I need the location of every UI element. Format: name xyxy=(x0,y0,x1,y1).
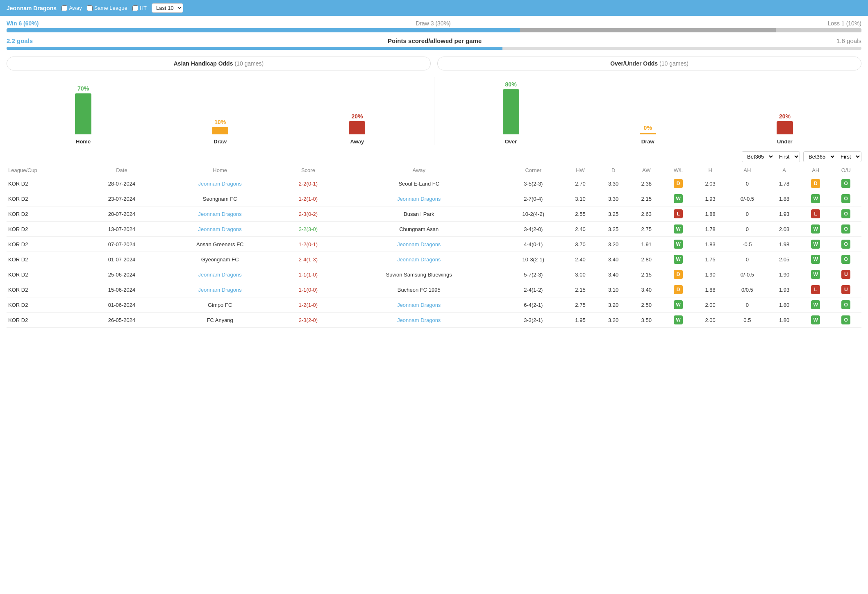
controls-row: Bet365 First Bet365 First xyxy=(7,151,861,162)
home-team: Gyeongnam FC xyxy=(159,252,281,267)
bar-label: Draw xyxy=(214,138,227,145)
away-team[interactable]: Jeonnam Dragons xyxy=(335,313,503,328)
h-ou-odds: 1.88 xyxy=(694,206,727,222)
bar-visual xyxy=(777,121,793,134)
ah2-badge: D xyxy=(801,176,831,191)
ah-odds-label: Asian Handicap Odds xyxy=(174,60,233,67)
ou-badge: O xyxy=(831,206,861,222)
ah-ou-odds: 0 xyxy=(727,176,768,191)
bar-item: 80% Over xyxy=(503,81,519,145)
h-ou-odds: 1.88 xyxy=(694,282,727,297)
aw-odds: 2.80 xyxy=(630,252,663,267)
right-goals: 1.6 goals xyxy=(836,37,861,44)
bet365-dropdown-2[interactable]: Bet365 xyxy=(804,152,836,162)
ou-badge: O xyxy=(831,237,861,252)
wl-badge: W xyxy=(663,237,694,252)
goals-title: Points scored/allowed per game xyxy=(388,37,482,44)
col-date: Date xyxy=(85,165,159,176)
table-row: KOR D2 01-07-2024 Gyeongnam FC 2-4(1-3) … xyxy=(7,252,861,267)
corner-score: 10-2(4-2) xyxy=(503,206,564,222)
ah-ou-odds: 0 xyxy=(727,222,768,237)
bar-visual xyxy=(640,133,656,134)
bet365-dropdown-1[interactable]: Bet365 xyxy=(742,152,774,162)
home-team: Ansan Greeners FC xyxy=(159,237,281,252)
corner-score: 10-3(2-1) xyxy=(503,252,564,267)
a-ou-odds: 1.80 xyxy=(768,297,801,313)
home-team[interactable]: Jeonnam Dragons xyxy=(159,222,281,237)
home-team[interactable]: Jeonnam Dragons xyxy=(159,176,281,191)
loss-label: Loss 1 (10%) xyxy=(828,20,861,27)
ah-ou-odds: 0/-0.5 xyxy=(727,267,768,282)
goals-bar-fill xyxy=(7,47,502,50)
away-checkbox-label[interactable]: Away xyxy=(61,5,82,11)
col-away: Away xyxy=(335,165,503,176)
charts-section: 70% Home 10% Draw 20% Away 80% Over 0% D… xyxy=(0,74,868,148)
home-team: Gimpo FC xyxy=(159,297,281,313)
col-score: Score xyxy=(281,165,335,176)
match-date: 13-07-2024 xyxy=(85,222,159,237)
team-name: Jeonnam Dragons xyxy=(7,5,57,11)
ou-chart-group: 80% Over 0% Draw 20% Under xyxy=(434,77,862,145)
aw-odds: 2.75 xyxy=(630,222,663,237)
corner-score: 2-7(0-4) xyxy=(503,191,564,206)
table-row: KOR D2 13-07-2024 Jeonnam Dragons 3-2(3-… xyxy=(7,222,861,237)
draw-odds: 3.20 xyxy=(597,313,630,328)
home-team[interactable]: Jeonnam Dragons xyxy=(159,282,281,297)
away-team[interactable]: Jeonnam Dragons xyxy=(335,252,503,267)
same-league-checkbox-label[interactable]: Same League xyxy=(87,5,127,11)
ah2-badge: W xyxy=(801,191,831,206)
bar-label: Home xyxy=(76,138,91,145)
wdl-bar xyxy=(7,28,861,32)
wl-badge: D xyxy=(663,176,694,191)
wl-badge: W xyxy=(663,313,694,328)
away-team[interactable]: Jeonnam Dragons xyxy=(335,297,503,313)
bar-pct: 0% xyxy=(644,125,652,131)
ah2-badge: W xyxy=(801,313,831,328)
odds-section: Asian Handicap Odds (10 games) Over/Unde… xyxy=(0,53,868,74)
draw-odds: 3.20 xyxy=(597,297,630,313)
bar-visual xyxy=(503,89,519,134)
h-ou-odds: 1.83 xyxy=(694,237,727,252)
col-aw: AW xyxy=(630,165,663,176)
wl-badge: W xyxy=(663,297,694,313)
col-corner: Corner xyxy=(503,165,564,176)
home-team: Seongnam FC xyxy=(159,191,281,206)
ah-ou-odds: -0.5 xyxy=(727,237,768,252)
ht-checkbox[interactable] xyxy=(132,5,138,11)
col-d: D xyxy=(597,165,630,176)
bar-item: 20% Away xyxy=(349,113,365,145)
bar-item: 0% Draw xyxy=(640,125,656,145)
away-team: Suwon Samsung Bluewings xyxy=(335,267,503,282)
last-n-dropdown[interactable]: Last 10 Last 5 Last 20 xyxy=(152,3,183,13)
first-dropdown-2[interactable]: First xyxy=(836,152,861,162)
home-team[interactable]: Jeonnam Dragons xyxy=(159,267,281,282)
table-row: KOR D2 23-07-2024 Seongnam FC 1-2(1-0) J… xyxy=(7,191,861,206)
away-checkbox[interactable] xyxy=(61,5,67,11)
a-ou-odds: 1.93 xyxy=(768,282,801,297)
away-team[interactable]: Jeonnam Dragons xyxy=(335,191,503,206)
home-team[interactable]: Jeonnam Dragons xyxy=(159,206,281,222)
draw-label: Draw 3 (30%) xyxy=(39,20,827,27)
left-goals: 2.2 goals xyxy=(7,37,33,44)
same-league-checkbox[interactable] xyxy=(87,5,93,11)
ah-ou-odds: 0/-0.5 xyxy=(727,191,768,206)
table-row: KOR D2 26-05-2024 FC Anyang 2-3(2-0) Jeo… xyxy=(7,313,861,328)
table-row: KOR D2 07-07-2024 Ansan Greeners FC 1-2(… xyxy=(7,237,861,252)
matches-table: League/Cup Date Home Score Away Corner H… xyxy=(7,165,861,328)
a-ou-odds: 1.98 xyxy=(768,237,801,252)
league-cup: KOR D2 xyxy=(7,237,85,252)
first-dropdown-1[interactable]: First xyxy=(774,152,800,162)
away-team[interactable]: Jeonnam Dragons xyxy=(335,237,503,252)
aw-odds: 3.50 xyxy=(630,313,663,328)
ah2-badge: W xyxy=(801,297,831,313)
bar-label: Away xyxy=(350,138,364,145)
ah2-badge: L xyxy=(801,206,831,222)
league-cup: KOR D2 xyxy=(7,206,85,222)
ht-checkbox-label[interactable]: HT xyxy=(132,5,147,11)
wl-badge: W xyxy=(663,191,694,206)
league-cup: KOR D2 xyxy=(7,282,85,297)
bar-item: 10% Draw xyxy=(212,119,228,145)
match-score: 2-3(2-0) xyxy=(281,313,335,328)
ah-odds-box: Asian Handicap Odds (10 games) xyxy=(7,57,431,70)
away-team: Chungnam Asan xyxy=(335,222,503,237)
